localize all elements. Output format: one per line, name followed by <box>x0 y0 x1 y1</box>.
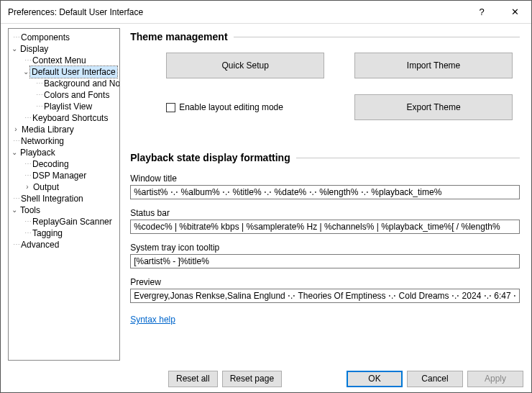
tree-item-bg-notif[interactable]: ⋯ Background and Notifications <box>10 78 118 89</box>
tree-item-playlist-view[interactable]: ⋯ Playlist View <box>10 101 118 112</box>
dialog-footer: Reset all Reset page OK Cancel Apply <box>7 369 523 389</box>
help-button[interactable]: ? <box>465 1 498 24</box>
status-bar-input[interactable] <box>130 220 520 234</box>
window-title-field: Window title <box>130 173 520 199</box>
preview-value: Evergrey,Jonas Renkse,Salina Englund ⋅.⋅… <box>130 289 520 303</box>
tray-field: System tray icon tooltip <box>130 243 520 268</box>
preview-label: Preview <box>130 277 520 287</box>
tree-item-dsp-manager[interactable]: ⋯ DSP Manager <box>10 170 118 181</box>
main-panel: Theme management Quick Setup Import Them… <box>120 24 531 365</box>
close-button[interactable]: ✕ <box>498 1 531 24</box>
window-title-input[interactable] <box>130 185 520 199</box>
enable-editing-checkbox[interactable]: Enable layout editing mode <box>166 94 324 120</box>
formatting-heading: Playback state display formatting <box>130 152 520 163</box>
tray-label: System tray icon tooltip <box>130 243 520 253</box>
tray-input[interactable] <box>130 254 520 268</box>
content-area: ⋯ Components ⌄ Display ⋯ Context Menu ⌄ … <box>1 24 531 365</box>
tree-item-media-library[interactable]: › Media Library <box>10 124 118 135</box>
import-theme-button[interactable]: Import Theme <box>354 53 513 78</box>
tree-item-playback[interactable]: ⌄ Playback <box>10 147 118 158</box>
cancel-button[interactable]: Cancel <box>407 371 463 387</box>
theme-buttons-grid: Quick Setup Import Theme Enable layout e… <box>130 53 520 120</box>
tree-connector: ⋯ <box>36 89 42 101</box>
apply-button[interactable]: Apply <box>467 371 523 387</box>
tree-connector: ⋯ <box>36 78 42 89</box>
chevron-right-icon[interactable]: › <box>12 124 20 135</box>
chevron-down-icon[interactable]: ⌄ <box>10 147 19 158</box>
tree-item-networking[interactable]: ⋯ Networking <box>10 135 118 147</box>
tree-connector: ⋯ <box>13 135 19 147</box>
tree-connector: ⋯ <box>24 227 31 239</box>
tree-item-keyboard-shortcuts[interactable]: ⋯ Keyboard Shortcuts <box>10 112 118 124</box>
tree-connector: ⋯ <box>13 193 19 204</box>
window-title-label: Window title <box>130 173 520 184</box>
reset-page-button[interactable]: Reset page <box>222 371 282 387</box>
tree-item-context-menu[interactable]: ⋯ Context Menu <box>10 55 118 66</box>
chevron-down-icon[interactable]: ⌄ <box>10 43 19 55</box>
chevron-down-icon[interactable]: ⌄ <box>22 66 30 78</box>
tree-item-components[interactable]: ⋯ Components <box>10 32 118 43</box>
checkbox-icon[interactable] <box>166 103 175 112</box>
tree-connector: ⋯ <box>24 158 31 170</box>
status-bar-field: Status bar <box>130 208 520 234</box>
chevron-down-icon[interactable]: ⌄ <box>10 204 19 216</box>
tree-item-tools[interactable]: ⌄ Tools <box>10 204 118 216</box>
tree-item-decoding[interactable]: ⋯ Decoding <box>10 158 118 170</box>
tree-item-display[interactable]: ⌄ Display <box>10 43 118 55</box>
ok-button[interactable]: OK <box>347 371 403 387</box>
tree-connector: ⋯ <box>24 112 31 124</box>
tree-connector: ⋯ <box>24 170 31 181</box>
nav-tree[interactable]: ⋯ Components ⌄ Display ⋯ Context Menu ⌄ … <box>8 28 120 361</box>
tree-connector: ⋯ <box>36 101 42 112</box>
checkbox-label: Enable layout editing mode <box>179 102 283 112</box>
theme-heading: Theme management <box>130 31 520 42</box>
tree-item-output[interactable]: › Output <box>10 181 118 193</box>
preview-field: Preview Evergrey,Jonas Renkse,Salina Eng… <box>130 277 520 303</box>
tree-item-default-ui[interactable]: ⌄ Default User Interface <box>10 66 118 78</box>
export-theme-button[interactable]: Export Theme <box>354 94 513 120</box>
tree-item-shell-integration[interactable]: ⋯ Shell Integration <box>10 193 118 204</box>
reset-all-button[interactable]: Reset all <box>168 371 218 387</box>
chevron-right-icon[interactable]: › <box>23 181 32 193</box>
syntax-help-link[interactable]: Syntax help <box>130 315 175 325</box>
tree-connector: ⋯ <box>13 239 19 250</box>
tree-connector: ⋯ <box>24 55 31 66</box>
tree-item-advanced[interactable]: ⋯ Advanced <box>10 239 118 250</box>
status-bar-label: Status bar <box>130 208 520 218</box>
quick-setup-button[interactable]: Quick Setup <box>166 53 324 78</box>
tree-item-colors-fonts[interactable]: ⋯ Colors and Fonts <box>10 89 118 101</box>
window-title: Preferences: Default User Interface <box>8 7 465 17</box>
tree-connector: ⋯ <box>24 216 31 227</box>
tree-item-replaygain[interactable]: ⋯ ReplayGain Scanner <box>10 216 118 227</box>
tree-item-tagging[interactable]: ⋯ Tagging <box>10 227 118 239</box>
tree-connector: ⋯ <box>13 32 19 43</box>
title-bar: Preferences: Default User Interface ? ✕ <box>1 1 531 24</box>
